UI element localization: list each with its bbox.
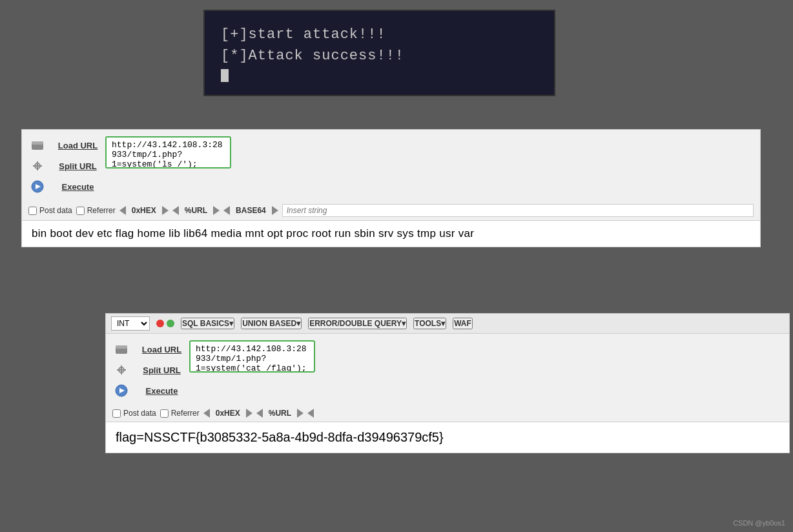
toolbar-top: Post data Referrer 0xHEX %URL BASE64 [22,201,760,220]
terminal-cursor [221,69,229,82]
post-data-checkbox[interactable] [28,207,37,215]
split-url-icon-bottom [112,361,130,379]
url-input-bottom[interactable] [189,340,315,373]
terminal-output: [+]start attack!!! [*]Attack success!!! [203,10,555,96]
execute-icon-bottom [112,382,130,400]
hex-arrow-right-bottom [246,409,252,418]
type-select[interactable]: INT [111,316,150,331]
split-url-icon [28,157,46,175]
url-encode-button-bottom[interactable]: %URL [267,408,293,418]
post-data-label: Post data [39,206,72,215]
url-input-top[interactable] [105,136,231,169]
referrer-checkbox[interactable] [76,207,85,215]
url-arrow-left-bottom [256,409,263,418]
load-url-row-bottom: Load URL Split URL [112,339,783,401]
union-based-menu[interactable]: UNION BASED▾ [241,318,302,329]
extra-arrow-left-bottom [307,409,314,418]
post-data-checkbox-label-bottom[interactable]: Post data [112,409,156,418]
split-url-button[interactable]: Split URL [50,160,105,172]
svg-rect-8 [116,345,127,349]
error-double-query-menu[interactable]: ERROR/DOUBLE QUERY▾ [308,318,407,329]
sql-basics-menu[interactable]: SQL BASICS▾ [181,318,234,329]
referrer-label: Referrer [87,206,116,215]
status-dot-green [167,320,174,327]
hackbar-bottom-panel: INT SQL BASICS▾ UNION BASED▾ ERROR/DOUBL… [105,313,790,453]
load-url-icon [28,136,46,154]
hackbar-bottom-output: flag=NSSCTF{b3085332-5a8a-4b9d-8dfa-d394… [106,422,789,453]
referrer-checkbox-bottom[interactable] [160,409,169,418]
referrer-checkbox-label[interactable]: Referrer [76,206,116,215]
hex-button[interactable]: 0xHEX [130,205,158,216]
waf-menu[interactable]: WAF [453,318,473,329]
referrer-label-bottom: Referrer [171,409,200,418]
base64-arrow-left [223,206,230,215]
toolbar-bottom: Post data Referrer 0xHEX %URL [106,405,789,422]
execute-button[interactable]: Execute [50,181,105,193]
load-url-button-bottom[interactable]: Load URL [134,343,189,356]
base64-button[interactable]: BASE64 [234,205,268,216]
tools-menu[interactable]: TOOLS▾ [413,318,446,329]
hex-arrow-right [162,206,169,215]
post-data-checkbox-bottom[interactable] [112,409,121,418]
url-arrow-left [172,206,179,215]
watermark: CSDN @yb0os1 [733,519,785,527]
execute-button-bottom[interactable]: Execute [134,385,189,397]
insert-string-input[interactable] [282,204,754,217]
split-url-button-bottom[interactable]: Split URL [134,364,189,376]
referrer-checkbox-label-bottom[interactable]: Referrer [160,409,200,418]
url-encode-button[interactable]: %URL [183,205,209,216]
terminal-line-1: [+]start attack!!! [221,24,538,45]
load-url-row: Load URL Split URL [28,135,754,197]
svg-rect-1 [32,141,43,145]
load-url-icon-bottom [112,340,130,358]
hex-arrow-left-bottom [203,409,210,418]
url-arrow-right [213,206,220,215]
url-arrow-right-bottom [297,409,304,418]
base64-arrow-right [272,206,278,215]
post-data-label-bottom: Post data [123,409,156,418]
hackbar-top-output: bin boot dev etc flag home lib lib64 med… [22,220,760,247]
hex-button-bottom[interactable]: 0xHEX [214,408,242,418]
terminal-line-2: [*]Attack success!!! [221,45,538,66]
status-dot-red [156,320,164,327]
hackbar-top-panel: Load URL Split URL [21,129,761,247]
load-url-button[interactable]: Load URL [50,139,105,152]
hackbar-menubar: INT SQL BASICS▾ UNION BASED▾ ERROR/DOUBL… [106,314,789,334]
post-data-checkbox-label[interactable]: Post data [28,206,72,215]
execute-icon [28,178,46,196]
hex-arrow-left [119,206,126,215]
